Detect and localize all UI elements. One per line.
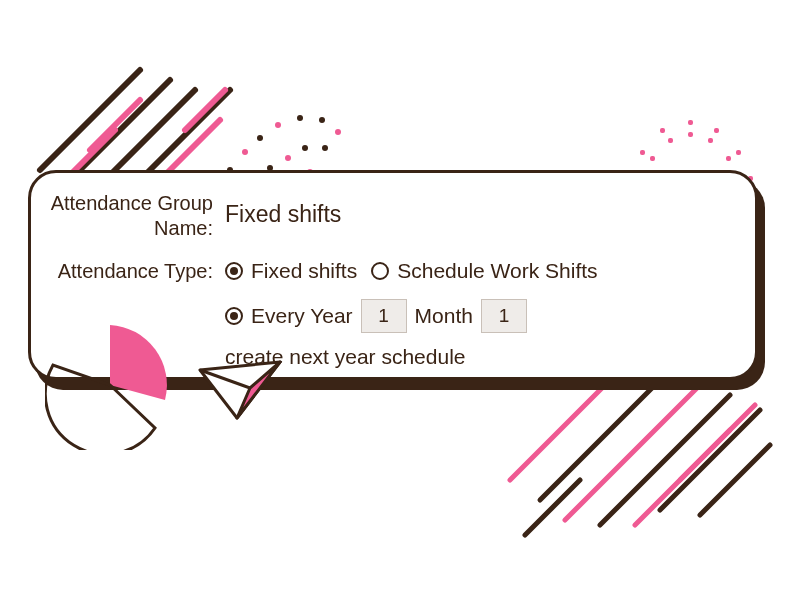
svg-point-14 [335,129,341,135]
svg-rect-26 [668,138,673,143]
svg-line-0 [40,70,140,170]
svg-rect-27 [714,128,719,133]
svg-rect-31 [736,150,741,155]
svg-rect-24 [688,132,693,137]
schedule-rule-line: Every Year 1 Month 1 create next year sc… [225,299,731,373]
svg-line-7 [185,90,225,130]
svg-point-17 [285,155,291,161]
value-attendance-type: Fixed shifts Schedule Work Shifts Every … [225,255,731,385]
svg-rect-29 [640,150,645,155]
value-group-name[interactable]: Fixed shifts [225,191,731,232]
svg-point-18 [302,145,308,151]
label-attendance-type: Attendance Type: [43,255,225,284]
svg-line-1 [70,80,170,180]
svg-point-10 [257,135,263,141]
diagonal-lines-bottom-right [470,360,790,560]
svg-rect-25 [660,128,665,133]
svg-line-52 [680,430,730,480]
radio-every-year[interactable] [225,307,243,325]
radio-schedule-work-shifts[interactable] [371,262,389,280]
svg-line-49 [635,405,755,525]
text-every-year: Every Year [251,300,353,332]
label-group-name: Attendance Group Name: [43,191,225,241]
svg-line-2 [105,90,195,180]
stage: Attendance Group Name: Fixed shifts Atte… [0,0,800,600]
settings-card: Attendance Group Name: Fixed shifts Atte… [28,170,758,380]
radio-fixed-shifts-label: Fixed shifts [251,255,357,287]
svg-line-50 [660,410,760,510]
svg-point-19 [322,145,328,151]
radio-schedule-work-shifts-label: Schedule Work Shifts [397,255,597,287]
row-group-name: Attendance Group Name: Fixed shifts [43,191,731,241]
svg-line-48 [600,395,730,525]
text-month-label: Month [415,300,473,332]
svg-line-53 [700,445,770,515]
svg-point-9 [242,149,248,155]
input-month[interactable]: 1 [361,299,407,334]
input-day[interactable]: 1 [481,299,527,334]
type-options-line: Fixed shifts Schedule Work Shifts [225,255,731,287]
svg-line-47 [565,385,700,520]
svg-rect-28 [708,138,713,143]
radio-fixed-shifts[interactable] [225,262,243,280]
row-attendance-type: Attendance Type: Fixed shifts Schedule W… [43,255,731,385]
svg-rect-23 [688,120,693,125]
svg-line-51 [525,480,580,535]
svg-point-11 [275,122,281,128]
svg-point-13 [319,117,325,123]
text-tail: create next year schedule [225,341,465,373]
svg-line-5 [90,100,140,150]
svg-rect-32 [726,156,731,161]
svg-rect-30 [650,156,655,161]
svg-point-12 [297,115,303,121]
